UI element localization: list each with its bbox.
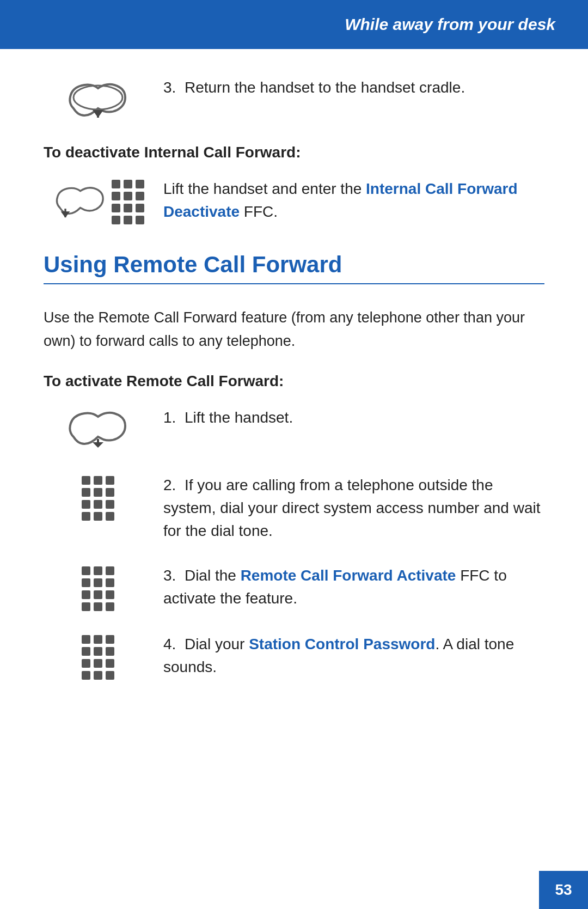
step1-text: 1. Lift the handset. bbox=[152, 406, 544, 429]
deactivate-section: To deactivate Internal Call Forward: bbox=[44, 144, 544, 224]
activate-step-2: 2. If you are calling from a telephone o… bbox=[44, 474, 544, 542]
handset-lift-icon bbox=[44, 406, 152, 452]
keypad-icon-2 bbox=[44, 474, 152, 521]
deactivate-heading: To deactivate Internal Call Forward: bbox=[44, 144, 544, 161]
step4-highlight: Station Control Password bbox=[249, 636, 435, 652]
header-bar: While away from your desk bbox=[0, 0, 588, 49]
step4-text: 4. Dial your Station Control Password. A… bbox=[152, 633, 544, 679]
deactivate-step-row: Lift the handset and enter the Internal … bbox=[44, 178, 544, 224]
keypad-icon-4 bbox=[44, 633, 152, 680]
svg-marker-5 bbox=[93, 442, 103, 448]
step1-number: 1. bbox=[163, 409, 185, 426]
handset-lift-keypad-icon bbox=[44, 178, 152, 224]
main-content: 3. Return the handset to the handset cra… bbox=[0, 49, 588, 745]
page-number: 53 bbox=[539, 871, 588, 909]
step4-before: Dial your bbox=[185, 636, 249, 652]
deactivate-text-before: Lift the handset and enter the bbox=[163, 180, 366, 197]
step-return-number: 3. bbox=[163, 79, 185, 96]
step4-number: 4. bbox=[163, 636, 185, 652]
handset-svg bbox=[63, 78, 133, 122]
activate-step-1: 1. Lift the handset. bbox=[44, 406, 544, 452]
step3-number: 3. bbox=[163, 567, 185, 584]
deactivate-step-text: Lift the handset and enter the Internal … bbox=[152, 178, 544, 223]
keypad-icon bbox=[112, 180, 144, 224]
intro-text: Use the Remote Call Forward feature (fro… bbox=[44, 306, 544, 353]
step-return-text: 3. Return the handset to the handset cra… bbox=[152, 76, 544, 99]
step2-number: 2. bbox=[163, 477, 185, 493]
handset-down-icon bbox=[44, 76, 152, 122]
step-return-handset: 3. Return the handset to the handset cra… bbox=[44, 76, 544, 122]
main-heading: Using Remote Call Forward bbox=[44, 252, 544, 284]
step3-highlight: Remote Call Forward Activate bbox=[241, 567, 456, 584]
header-title: While away from your desk bbox=[345, 15, 555, 34]
activate-step-4: 4. Dial your Station Control Password. A… bbox=[44, 633, 544, 680]
step3-before: Dial the bbox=[185, 567, 241, 584]
step2-text: 2. If you are calling from a telephone o… bbox=[152, 474, 544, 542]
deactivate-text-after: FFC. bbox=[240, 203, 278, 220]
activate-step-3: 3. Dial the Remote Call Forward Activate… bbox=[44, 564, 544, 611]
step3-text: 3. Dial the Remote Call Forward Activate… bbox=[152, 564, 544, 610]
handset-up-svg bbox=[52, 182, 106, 223]
handset-lift-svg bbox=[63, 408, 133, 452]
activate-heading: To activate Remote Call Forward: bbox=[44, 373, 544, 390]
keypad-icon-3 bbox=[44, 564, 152, 611]
